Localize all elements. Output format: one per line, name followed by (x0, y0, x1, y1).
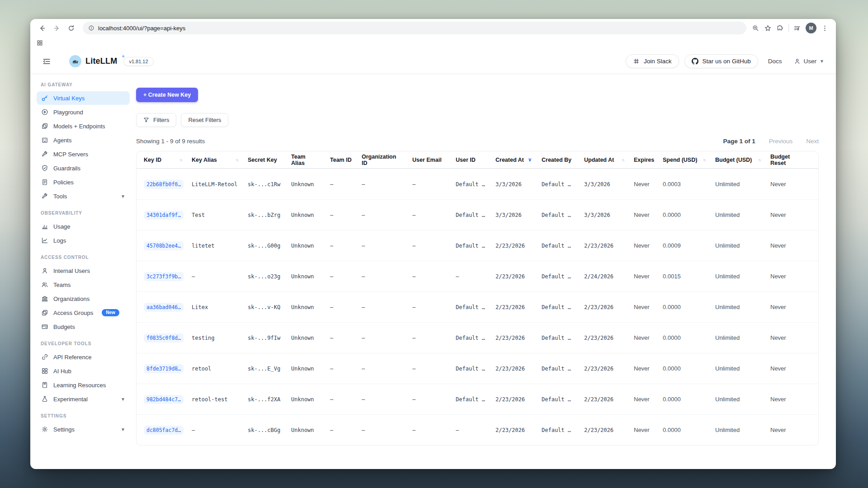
cell-budget-usd: Unlimited (715, 273, 770, 280)
column-header-spend-usd[interactable]: Spend (USD)↑↓ (663, 157, 715, 163)
table-row[interactable]: 45708b2ee4…litetetsk-...G00gUnknown–––De… (137, 230, 818, 261)
sidebar-item-playground[interactable]: Playground (37, 105, 130, 119)
key-id-link[interactable]: 22b68fb0f0… (144, 180, 184, 189)
sidebar-item-label: Policies (53, 179, 74, 186)
cell-team-alias: Unknown (291, 396, 330, 403)
cell-key-alias: retool (192, 366, 248, 372)
join-slack-button[interactable]: Join Slack (626, 54, 679, 68)
profile-avatar[interactable]: M (806, 23, 816, 33)
sidebar-item-agents[interactable]: Agents (37, 133, 130, 147)
sort-icon[interactable]: ↑↓ (703, 158, 705, 162)
extensions-icon[interactable] (776, 24, 784, 32)
sidebar-item-api-reference[interactable]: API Reference (37, 350, 130, 364)
next-page-button[interactable]: Next (806, 138, 819, 145)
key-id-link[interactable]: 8fde3719d8… (144, 364, 184, 373)
zoom-icon[interactable] (752, 24, 760, 32)
column-header-updated-at[interactable]: Updated At↑↓ (584, 157, 634, 163)
reset-filters-button[interactable]: Reset Filters (181, 113, 228, 127)
sidebar-item-budgets[interactable]: Budgets (37, 320, 130, 333)
cell-budget-usd: Unlimited (715, 211, 770, 218)
table-row[interactable]: 3c273f3f9b…–sk-...o23gUnknown––––2/23/20… (137, 261, 818, 291)
cell-team-alias: Unknown (291, 273, 330, 280)
sidebar-item-experimental[interactable]: Experimental▼ (37, 392, 130, 406)
sidebar-collapse-icon[interactable] (42, 57, 51, 66)
reload-icon[interactable] (65, 22, 77, 34)
star-github-button[interactable]: Star us on GitHub (684, 54, 758, 68)
sidebar-item-mcp-servers[interactable]: MCP Servers (37, 147, 130, 161)
cell-secret-key: sk-...cBGg (248, 427, 291, 433)
sidebar-item-settings[interactable]: Settings▼ (37, 422, 130, 436)
sidebar-item-internal-users[interactable]: Internal Users (37, 264, 130, 277)
column-header-key-id[interactable]: Key ID↑↓ (144, 157, 192, 163)
cell-team-id: – (330, 427, 362, 433)
sidebar-item-virtual-keys[interactable]: Virtual Keys (37, 91, 130, 105)
column-header-organization-id: Organization ID (362, 154, 412, 166)
cell-expires: Never (634, 273, 663, 280)
user-menu[interactable]: User ▼ (794, 58, 824, 65)
sort-icon[interactable]: ↑↓ (236, 158, 238, 162)
sidebar-item-tools[interactable]: Tools▼ (37, 189, 130, 203)
sidebar-item-usage[interactable]: Usage (37, 220, 130, 233)
sidebar-item-teams[interactable]: Teams (37, 278, 130, 291)
key-id-link[interactable]: dc805fac7d… (144, 426, 184, 435)
key-id-link[interactable]: 45708b2ee4… (144, 241, 184, 250)
column-header-budget-usd[interactable]: Budget (USD)↑↓ (715, 157, 770, 163)
sidebar-item-access-groups[interactable]: Access GroupsNew (37, 306, 130, 319)
cell-user-email: – (412, 396, 456, 403)
cell-updated-at: 3/3/2026 (584, 212, 634, 218)
back-icon[interactable] (36, 22, 48, 34)
table-row[interactable]: 34301daf9f…Testsk-...bZrgUnknown–––Defau… (137, 199, 818, 230)
column-header-key-alias[interactable]: Key Alias↑↓ (192, 157, 248, 163)
table-row[interactable]: 982bd484c7…retool-testsk-...f2XAUnknown–… (137, 384, 818, 414)
media-controls-icon[interactable] (793, 24, 801, 32)
key-id-link[interactable]: aa36bad046… (144, 303, 184, 312)
sidebar-item-models-endpoints[interactable]: Models + Endpoints (37, 119, 130, 133)
cell-spend-usd: 0.0000 (663, 396, 715, 403)
key-id-link[interactable]: 34301daf9f… (144, 211, 184, 220)
cell-key-alias: LiteLLM-Retool (192, 181, 248, 188)
cell-key-alias: – (192, 273, 248, 280)
cell-user-email: – (412, 427, 456, 433)
cell-key-id: 22b68fb0f0… (144, 180, 192, 189)
bookmark-star-icon[interactable] (764, 24, 772, 32)
create-new-key-button[interactable]: + Create New Key (136, 88, 198, 102)
cell-budget-reset: Never (770, 334, 812, 341)
cell-user-email: – (412, 243, 456, 249)
sidebar-item-logs[interactable]: Logs (37, 234, 130, 247)
previous-page-button[interactable]: Previous (769, 138, 793, 145)
sort-icon[interactable]: ↑↓ (179, 158, 182, 162)
sidebar-item-ai-hub[interactable]: AI Hub (37, 364, 130, 378)
key-id-link[interactable]: 3c273f3f9b… (144, 272, 184, 281)
cell-team-alias: Unknown (291, 335, 330, 341)
sidebar-item-guardrails[interactable]: Guardrails (37, 161, 130, 175)
forward-icon[interactable] (50, 22, 63, 34)
table-row[interactable]: 22b68fb0f0…LiteLLM-Retoolsk-...c1RwUnkno… (137, 169, 818, 199)
sidebar-item-organizations[interactable]: Organizations (37, 292, 130, 305)
sort-desc-icon[interactable]: ∨ (528, 157, 532, 163)
sort-icon[interactable]: ↑↓ (622, 158, 624, 162)
cell-secret-key: sk-...9fIw (248, 335, 291, 341)
apps-grid-icon[interactable] (37, 40, 43, 46)
filters-button[interactable]: Filters (136, 113, 176, 127)
cell-expires: Never (634, 334, 663, 341)
sort-icon[interactable]: ↑↓ (758, 158, 760, 162)
key-id-link[interactable]: 982bd484c7… (144, 395, 184, 404)
cell-user-email: – (412, 273, 456, 280)
table-row[interactable]: aa36bad046…Litexsk-...v-KQUnknown–––Defa… (137, 291, 818, 322)
docs-link[interactable]: Docs (768, 58, 782, 65)
key-id-link[interactable]: f0835c0f8d… (144, 333, 184, 343)
table-row[interactable]: f0835c0f8d…testingsk-...9fIwUnknown–––De… (137, 322, 818, 353)
table-row[interactable]: 8fde3719d8…retoolsk-...E_VgUnknown–––Def… (137, 353, 818, 384)
cell-expires: Never (634, 304, 663, 310)
sidebar-item-learning-resources[interactable]: Learning Resources (37, 378, 130, 392)
cell-created-at: 2/23/2026 (495, 273, 542, 280)
site-info-icon[interactable] (88, 25, 94, 31)
table-row[interactable]: dc805fac7d…–sk-...cBGgUnknown––––2/23/20… (137, 414, 818, 445)
address-bar[interactable]: localhost:4000/ui/?page=api-keys (83, 22, 746, 34)
column-header-created-at[interactable]: Created At∨ (495, 157, 542, 163)
organizations-icon (41, 295, 48, 302)
menu-kebab-icon[interactable] (821, 24, 829, 32)
cell-budget-reset: Never (770, 427, 812, 433)
sidebar-item-policies[interactable]: Policies (37, 175, 130, 189)
cell-created-at: 2/23/2026 (495, 243, 542, 249)
